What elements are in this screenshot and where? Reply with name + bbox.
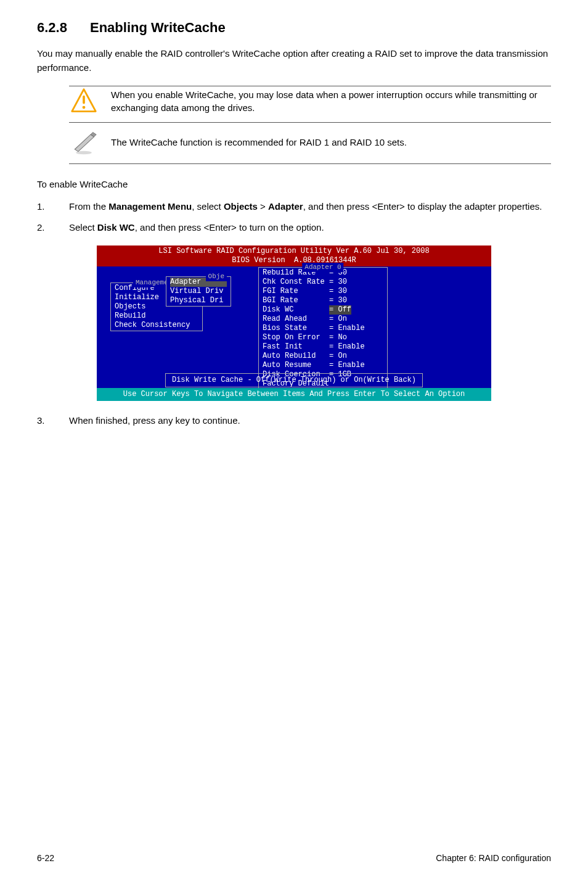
svg-point-2 xyxy=(83,106,86,109)
submenu-item-physical-drive[interactable]: Physical Dri xyxy=(170,296,227,305)
bios-titlebar: LSI Software RAID Configuration Utility … xyxy=(97,245,491,266)
step-number: 1. xyxy=(37,199,69,213)
adapter-row[interactable]: Bios State = Enable xyxy=(263,324,383,333)
svg-rect-1 xyxy=(83,96,85,104)
adapter-row[interactable]: Fast Init = Enable xyxy=(263,342,383,352)
bios-body: Management Configure Initialize Objects … xyxy=(97,266,491,401)
info-text: The WriteCache function is recommended f… xyxy=(111,136,551,149)
bios-footer-line: Use Cursor Keys To Navigate Between Item… xyxy=(97,388,491,401)
warning-note: When you enable WriteCache, you may lose… xyxy=(69,86,551,116)
menu-item-rebuild[interactable]: Rebuild xyxy=(115,311,198,321)
procedure-heading: To enable WriteCache xyxy=(37,178,551,191)
adapter-row-disk-wc[interactable]: Disk WC = Off xyxy=(263,305,383,315)
bios-screen: LSI Software RAID Configuration Utility … xyxy=(97,245,491,401)
warning-text: When you enable WriteCache, you may lose… xyxy=(111,88,551,115)
adapter-row[interactable]: Read Ahead = On xyxy=(263,315,383,324)
step-text: Select Disk WC, and then press <Enter> t… xyxy=(69,220,551,234)
adapter-properties-panel: Adapter 0 Rebuild Rate = 30 Chk Const Ra… xyxy=(258,267,388,390)
section-heading: 6.2.8Enabling WriteCache xyxy=(37,19,551,38)
objects-submenu-panel: Obje Adapter Virtual Driv Physical Dri xyxy=(166,276,231,307)
step-2: 2. Select Disk WC, and then press <Enter… xyxy=(37,220,551,234)
section-number: 6.2.8 xyxy=(37,19,90,38)
bios-hint-line: Disk Write Cache - Off(Write Through) or… xyxy=(165,373,423,387)
step-number: 3. xyxy=(37,413,69,427)
adapter-panel-label: Adapter 0 xyxy=(302,263,343,272)
page-footer: 6-22 Chapter 6: RAID configuration xyxy=(37,852,551,865)
adapter-row[interactable]: FGI Rate = 30 xyxy=(263,287,383,296)
step-3: 3. When finished, press any key to conti… xyxy=(37,413,551,427)
objects-submenu-label: Obje xyxy=(206,272,227,281)
adapter-row[interactable]: Stop On Error = No xyxy=(263,333,383,342)
bios-screenshot: LSI Software RAID Configuration Utility … xyxy=(37,245,551,401)
note-icon xyxy=(69,128,99,157)
submenu-item-virtual-drive[interactable]: Virtual Driv xyxy=(170,287,227,296)
step-1: 1. From the Management Menu, select Obje… xyxy=(37,199,551,213)
steps-list-continued: 3. When finished, press any key to conti… xyxy=(37,413,551,427)
page-number: 6-22 xyxy=(37,852,54,865)
adapter-row[interactable]: Chk Const Rate = 30 xyxy=(263,278,383,287)
warning-icon xyxy=(69,86,99,116)
menu-item-check-consistency[interactable]: Check Consistency xyxy=(115,321,198,330)
step-text: From the Management Menu, select Objects… xyxy=(69,199,551,213)
steps-list: 1. From the Management Menu, select Obje… xyxy=(37,199,551,234)
intro-paragraph: You may manually enable the RAID control… xyxy=(37,46,551,75)
adapter-row[interactable]: BGI Rate = 30 xyxy=(263,296,383,305)
step-number: 2. xyxy=(37,220,69,234)
chapter-label: Chapter 6: RAID configuration xyxy=(436,852,551,865)
info-note: The WriteCache function is recommended f… xyxy=(69,128,551,157)
step-text: When finished, press any key to continue… xyxy=(69,413,551,427)
section-title: Enabling WriteCache xyxy=(90,20,226,35)
adapter-row[interactable]: Auto Rebuild = On xyxy=(263,352,383,361)
adapter-row[interactable]: Auto Resume = Enable xyxy=(263,361,383,370)
